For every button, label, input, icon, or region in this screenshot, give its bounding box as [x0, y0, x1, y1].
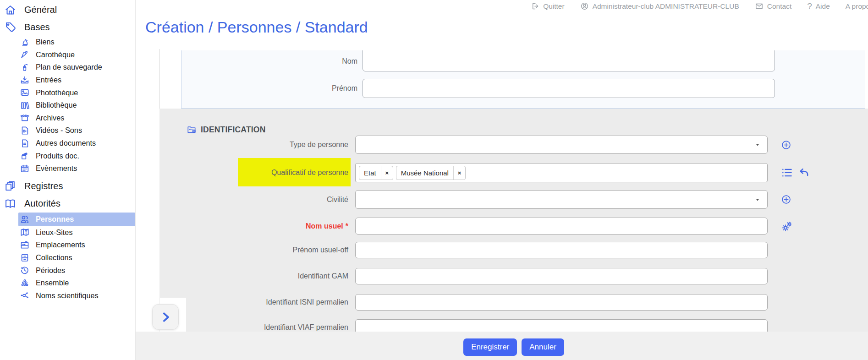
sidebar-item-ensemble[interactable]: Ensemble	[0, 277, 135, 289]
identifiant-isni-permalien-input[interactable]	[355, 294, 768, 311]
sidebar-item-emplacements[interactable]: Emplacements	[0, 239, 135, 251]
topbar-item-label: Quitter	[543, 2, 565, 11]
sidebar-item-label: Evènements	[36, 164, 77, 173]
sidebar-item-collections[interactable]: Collections	[0, 251, 135, 264]
chevron-right-icon	[159, 311, 172, 323]
expand-panel-button[interactable]	[152, 304, 179, 330]
qualificatif-de-personne-label: Qualificatif de personne	[137, 163, 348, 182]
sidebar-item-biens[interactable]: Biens	[0, 36, 135, 49]
footer-bar: Enregistrer Annuler	[136, 332, 868, 360]
field-label-text: Type de personne	[290, 141, 348, 149]
sidebar-item-lieux-sites[interactable]: Lieux-Sites	[0, 226, 135, 239]
sidebar-item-carotheque[interactable]: Carothèque	[0, 49, 135, 61]
civilite-select[interactable]	[355, 190, 768, 209]
sidebar-item-label: Carothèque	[36, 50, 75, 59]
identifiant-gam-input[interactable]	[355, 268, 768, 284]
sidebar-item-label: Lieux-Sites	[36, 228, 73, 237]
sidebar-item-label: Archives	[36, 114, 64, 122]
sidebar-item-bibliotheque[interactable]: Bibliothèque	[0, 99, 135, 112]
tag-label: Musée National	[396, 169, 453, 177]
topbar-item-quitter[interactable]: Quitter	[531, 2, 565, 11]
plus-circle-icon[interactable]	[781, 194, 791, 205]
topbar-item-contact[interactable]: Contact	[755, 2, 791, 11]
type-de-personne-label: Type de personne	[137, 136, 348, 154]
sidebar-item-personnes[interactable]: Personnes	[18, 213, 135, 226]
shelf-icon	[20, 240, 30, 250]
sidebar-item-noms-scientifiques[interactable]: Noms scientifiques	[0, 289, 135, 302]
folder-user-icon	[187, 125, 197, 135]
sidebar-item-label: Personnes	[36, 215, 74, 224]
type-de-personne-select[interactable]	[355, 136, 768, 154]
prenom-usuel-off-input[interactable]	[355, 242, 768, 258]
cluster-icon	[20, 278, 30, 288]
sidebar-item-label: Périodes	[36, 266, 65, 275]
sidebar-item-produits-doc[interactable]: Produits doc.	[0, 149, 135, 162]
topbar-item-aide[interactable]: ?Aide	[807, 2, 830, 11]
tag-remove-button[interactable]: ×	[453, 166, 465, 180]
sidebar-item-label: Registres	[24, 181, 63, 191]
nom-label: Nom	[174, 56, 357, 67]
tag-remove-button[interactable]: ×	[381, 166, 393, 180]
drawers-icon	[20, 253, 30, 263]
sidebar-item-evenements[interactable]: Evènements	[0, 162, 135, 175]
sidebar-item-label: Plan de sauvegarde	[36, 63, 102, 71]
page: QuitterAdministrateur-club ADMINISTRATEU…	[0, 0, 868, 360]
section-title: IDENTIFICATION	[201, 125, 266, 135]
prenom-label: Prénom	[174, 83, 357, 94]
sidebar-item-label: Ensemble	[36, 278, 69, 287]
topbar-item-label: A propos	[846, 2, 868, 11]
sidebar-item-phototheque[interactable]: Photothèque	[0, 86, 135, 99]
registers-icon	[4, 180, 16, 192]
sidebar-item-bases[interactable]: Bases	[0, 18, 135, 36]
prenom-usuel-off-label: Prénom usuel-off	[137, 242, 348, 258]
sidebar-item-label: Autorités	[24, 198, 60, 209]
sidebar-item-autres-documents[interactable]: Autres documents	[0, 137, 135, 150]
sidebar-item-periodes[interactable]: Périodes	[0, 264, 135, 277]
field-label-text: Civilité	[327, 196, 348, 204]
caret-down-icon	[753, 141, 762, 149]
video-file-icon	[20, 125, 30, 136]
topbar-item-label: Administrateur-club ADMINISTRATEUR-CLUB	[593, 2, 739, 11]
tag-icon	[4, 21, 16, 33]
field-label-text: Identifiant VIAF permalien	[264, 323, 348, 332]
topbar-item-a-propos[interactable]: A propos	[846, 2, 868, 11]
sidebar-item-label: Noms scientifiques	[36, 291, 99, 300]
carrot-icon	[20, 49, 30, 60]
sidebar-item-videos-sons[interactable]: Vidéos - Sons	[0, 124, 135, 137]
gears-icon[interactable]	[781, 220, 793, 232]
sidebar-item-archives[interactable]: Archives	[0, 112, 135, 125]
sidebar-item-label: Emplacements	[36, 240, 85, 249]
footer-buttons: Enregistrer Annuler	[159, 338, 868, 356]
inbox-icon	[20, 75, 30, 85]
undo-icon[interactable]	[798, 167, 810, 179]
nom-input[interactable]	[363, 50, 775, 71]
history-icon	[20, 265, 30, 275]
books-icon	[20, 100, 30, 110]
prenom-input[interactable]	[363, 79, 775, 98]
topbar-item-user[interactable]: Administrateur-club ADMINISTRATEUR-CLUB	[580, 2, 739, 11]
cancel-button[interactable]: Annuler	[522, 338, 564, 356]
caret-down-icon	[753, 196, 762, 204]
field-label-text: Qualificatif de personne	[271, 169, 348, 177]
plus-circle-icon[interactable]	[781, 140, 791, 150]
book-open-icon	[4, 197, 16, 210]
sidebar-item-plan-de-sauvegarde[interactable]: Plan de sauvegarde	[0, 61, 135, 74]
save-button[interactable]: Enregistrer	[463, 338, 517, 356]
papers-icon	[20, 151, 30, 161]
topbar-item-label: Contact	[767, 2, 791, 11]
box-open-icon	[20, 113, 30, 123]
qualificatif-de-personne-field[interactable]: Etat×Musée National×	[355, 163, 768, 182]
nom-usuel-input[interactable]	[355, 218, 768, 235]
sidebar-item-label: Produits doc.	[36, 152, 79, 160]
required-asterisk: *	[346, 222, 348, 230]
sidebar-item-label: Biens	[36, 38, 55, 46]
tag-label: Etat	[359, 169, 381, 177]
sidebar-item-autorites[interactable]: Autorités	[0, 195, 135, 213]
map-pin-icon	[20, 227, 30, 237]
sidebar-item-registres[interactable]: Registres	[0, 178, 135, 195]
sidebar-item-entrees[interactable]: Entrées	[0, 74, 135, 87]
civilite-label: Civilité	[137, 190, 348, 209]
knight-icon	[20, 37, 30, 47]
question-icon: ?	[807, 2, 812, 11]
list-icon[interactable]	[781, 167, 793, 179]
